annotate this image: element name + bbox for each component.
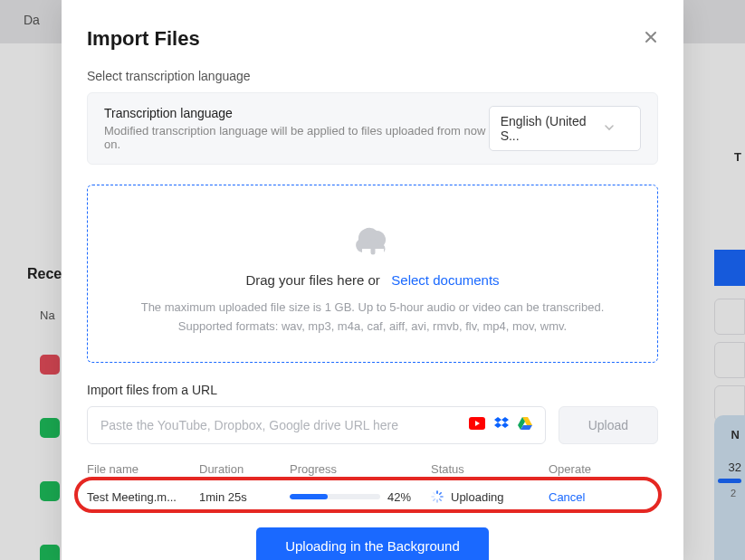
uploading-background-button[interactable]: Uploading in the Background — [256, 527, 489, 560]
cell-file-name: Test Meeting.m... — [87, 490, 199, 504]
progress-bar — [290, 494, 380, 499]
cloud-upload-icon — [106, 222, 639, 258]
svg-line-4 — [440, 493, 442, 495]
language-box: Transcription language Modified transcri… — [87, 92, 658, 165]
google-drive-icon — [518, 417, 532, 433]
status-text: Uploading — [451, 490, 504, 504]
url-row: Upload — [87, 406, 658, 444]
chevron-down-icon — [604, 121, 615, 136]
language-sub: Modified transcription language will be … — [104, 124, 489, 151]
language-selected-value: English (United S... — [501, 114, 604, 143]
close-button[interactable] — [644, 30, 658, 49]
upload-file-table: File name Duration Progress Status Opera… — [87, 457, 658, 513]
url-import-section: Import files from a URL Upload — [87, 383, 658, 444]
cell-duration: 1min 25s — [199, 490, 290, 504]
th-file-name: File name — [87, 462, 199, 476]
progress-fill — [290, 494, 328, 499]
svg-line-10 — [434, 493, 435, 495]
th-duration: Duration — [199, 462, 290, 476]
url-input[interactable] — [100, 418, 469, 432]
progress-pct-label: 42% — [387, 490, 411, 504]
modal-header: Import Files — [87, 27, 658, 51]
url-import-label: Import files from a URL — [87, 383, 658, 397]
dropzone-text: Drag your files here or — [245, 272, 379, 288]
language-title: Transcription language — [104, 106, 489, 120]
import-files-modal: Import Files Select transcription langua… — [62, 0, 683, 560]
table-row: Test Meeting.m... 1min 25s 42% — [87, 481, 658, 513]
th-operate: Operate — [549, 462, 658, 476]
cancel-upload-link[interactable]: Cancel — [549, 490, 585, 504]
table-header-row: File name Duration Progress Status Opera… — [87, 457, 658, 481]
cell-operate: Cancel — [549, 490, 658, 504]
th-status: Status — [431, 462, 549, 476]
modal-title: Import Files — [87, 27, 200, 51]
cell-progress: 42% — [290, 490, 431, 504]
svg-line-8 — [434, 499, 435, 501]
loading-spinner-icon — [431, 490, 444, 503]
language-select[interactable]: English (United S... — [489, 106, 641, 151]
select-language-label: Select transcription language — [87, 69, 658, 83]
url-provider-icons — [469, 417, 532, 433]
youtube-icon — [469, 417, 485, 433]
dropzone-hint: The maximum uploaded file size is 1 GB. … — [106, 299, 639, 337]
dropzone-hint-1: The maximum uploaded file size is 1 GB. … — [106, 299, 639, 318]
url-upload-button[interactable]: Upload — [559, 406, 658, 444]
cell-status: Uploading — [431, 490, 549, 504]
dropzone-text-line: Drag your files here or Select documents — [106, 272, 639, 288]
dropzone-hint-2: Supported formats: wav, mp3, m4a, caf, a… — [106, 318, 639, 337]
svg-line-6 — [440, 499, 442, 501]
close-icon — [644, 30, 658, 44]
th-progress: Progress — [290, 462, 431, 476]
url-input-wrap — [87, 406, 546, 444]
file-dropzone[interactable]: Drag your files here or Select documents… — [87, 185, 658, 363]
language-text: Transcription language Modified transcri… — [104, 106, 489, 151]
dropbox-icon — [494, 417, 509, 433]
select-documents-link[interactable]: Select documents — [391, 272, 499, 288]
